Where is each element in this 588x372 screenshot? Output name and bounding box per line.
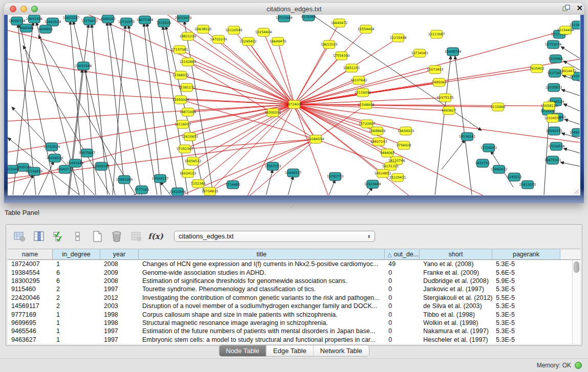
network-node[interactable]: 20061984 [116, 176, 133, 184]
network-node[interactable]: 14671368 [137, 16, 154, 24]
network-edge[interactable] [329, 180, 335, 195]
table-row[interactable]: 946362711997Embryonic stem cells: a mode… [8, 336, 572, 344]
network-node[interactable]: 20413255 [519, 181, 536, 189]
network-edge[interactable] [266, 169, 273, 195]
network-node[interactable]: 25225421 [389, 173, 406, 182]
network-node[interactable]: 12554404 [358, 25, 375, 33]
network-node[interactable]: 15751074 [545, 40, 562, 49]
network-edge[interactable] [288, 176, 293, 195]
network-edge[interactable] [294, 104, 367, 124]
column-header-title[interactable]: title [139, 249, 385, 260]
network-node[interactable]: 10851251 [343, 64, 360, 72]
network-node[interactable]: 16649472 [331, 19, 348, 27]
table-cell[interactable]: 5.3E-5 [492, 311, 560, 318]
table-cell[interactable]: 2 [53, 294, 100, 301]
network-edge[interactable] [107, 22, 125, 195]
table-cell[interactable]: 2009 [100, 269, 139, 276]
table-cell[interactable]: 5.3E-5 [492, 302, 560, 310]
table-cell[interactable]: 0 [385, 286, 420, 293]
network-node[interactable]: 10973493 [427, 65, 444, 74]
table-cell[interactable]: Stergiakouli et al. (2012) [420, 294, 492, 301]
network-node[interactable]: 11381111 [179, 83, 195, 92]
network-node[interactable]: 15723044 [276, 15, 293, 22]
column-header-out-de[interactable]: △out_de... [385, 249, 420, 260]
network-node[interactable]: 14136141 [459, 133, 476, 141]
network-edge[interactable] [136, 139, 316, 195]
table-cell[interactable]: 5.3E-5 [492, 319, 560, 326]
show-columns-icon[interactable] [33, 230, 45, 243]
network-node[interactable]: 16753024 [43, 143, 60, 151]
network-node[interactable]: 16648784 [445, 48, 462, 56]
network-node[interactable]: 15276021 [81, 17, 98, 25]
column-header-pagerank[interactable]: pagerank [492, 249, 560, 260]
network-node[interactable]: 15958123 [541, 102, 558, 110]
panel-resize-grip[interactable]: ⟋ [290, 204, 293, 210]
network-node[interactable]: 10719155 [118, 18, 135, 26]
network-node[interactable]: 19734943 [411, 49, 428, 57]
table-cell[interactable]: 2008 [100, 260, 139, 268]
network-node[interactable]: 18724007 [286, 100, 303, 108]
function-builder-icon[interactable]: f(x) [149, 230, 162, 243]
table-cell[interactable]: de Silva et al. (2003) [420, 302, 492, 310]
window-resize-grip[interactable] [573, 188, 579, 194]
network-node[interactable]: 5716485 [226, 181, 240, 189]
deselect-all-icon[interactable] [72, 230, 84, 243]
network-node[interactable]: 16107642 [351, 76, 367, 84]
column-header-name[interactable]: name [8, 249, 53, 260]
table-cell[interactable]: 19384554 [8, 269, 53, 276]
network-edge[interactable] [278, 41, 294, 104]
network-edge[interactable] [146, 15, 294, 104]
table-cell[interactable]: 0 [385, 277, 420, 285]
network-node[interactable]: 9699695 [38, 25, 53, 33]
network-node[interactable]: 16649470 [270, 37, 287, 46]
network-node[interactable]: 18821299 [180, 32, 197, 40]
table-row[interactable]: 1872400712008Changes of HCN gene express… [8, 260, 572, 268]
table-cell[interactable]: Disruption of a novel member of a sodium… [139, 302, 385, 310]
network-node[interactable]: 7485063 [432, 78, 446, 86]
network-node[interactable]: 10653287 [63, 15, 80, 22]
network-node[interactable]: 9777169 [135, 186, 149, 194]
network-node[interactable]: 22265402 [240, 37, 257, 46]
table-cell[interactable]: 2012 [100, 294, 139, 301]
table-mode-icon[interactable] [13, 230, 26, 243]
table-cell[interactable]: Tourette syndrome. Phenomenology and cla… [139, 286, 385, 293]
network-node[interactable]: 15056512 [185, 157, 202, 165]
network-node[interactable]: 16782753 [327, 172, 344, 181]
network-edge[interactable] [560, 162, 580, 166]
network-edge[interactable] [563, 104, 580, 111]
network-node[interactable]: 15720407 [359, 120, 376, 128]
network-node[interactable]: 17016504 [548, 142, 565, 150]
tab-network-table[interactable]: Network Table [313, 345, 369, 356]
table-cell[interactable]: 2008 [100, 277, 139, 285]
network-node[interactable]: 18807243 [371, 138, 387, 146]
network-edge[interactable] [564, 119, 580, 124]
select-all-icon[interactable] [52, 230, 64, 243]
network-node[interactable]: 12610651 [182, 133, 199, 141]
network-canvas[interactable]: 1405572420691406194635281065328715276021… [8, 15, 580, 195]
table-row[interactable]: 1938455462009Genome-wide association stu… [8, 268, 572, 276]
table-cell[interactable]: 18300295 [8, 277, 53, 285]
network-node[interactable]: 17352367 [177, 145, 193, 153]
network-node[interactable]: 14569117 [152, 174, 169, 183]
table-cell[interactable]: Tibbo et al. (1998) [420, 311, 492, 318]
network-node[interactable]: 9484067 [380, 149, 395, 157]
table-cell[interactable]: 6 [53, 277, 100, 285]
network-node[interactable]: 12368915 [172, 71, 189, 79]
network-node[interactable]: 10465203 [570, 128, 580, 137]
network-node[interactable]: 12505185 [93, 162, 110, 170]
network-node[interactable]: 14702039 [210, 35, 227, 43]
table-cell[interactable]: Estimation of significance thresholds fo… [139, 277, 385, 285]
network-edge[interactable] [561, 90, 580, 96]
network-node[interactable]: 9329966 [549, 55, 563, 63]
network-node[interactable]: 10688609 [369, 127, 386, 135]
network-node[interactable]: 10958107 [285, 169, 302, 177]
table-cell[interactable]: 0 [385, 327, 420, 335]
network-edge[interactable] [8, 104, 294, 122]
table-row[interactable]: 977716911998Corpus callosum shape and si… [8, 310, 572, 318]
network-node[interactable]: 8131044 [301, 15, 316, 21]
network-node[interactable]: 20691406 [26, 15, 43, 23]
network-node[interactable]: 12116092 [355, 89, 372, 97]
network-node[interactable]: 16754835 [202, 187, 219, 195]
network-node[interactable]: 18914472 [560, 67, 577, 75]
table-cell[interactable]: Wolkin et al. (1998) [420, 319, 492, 326]
